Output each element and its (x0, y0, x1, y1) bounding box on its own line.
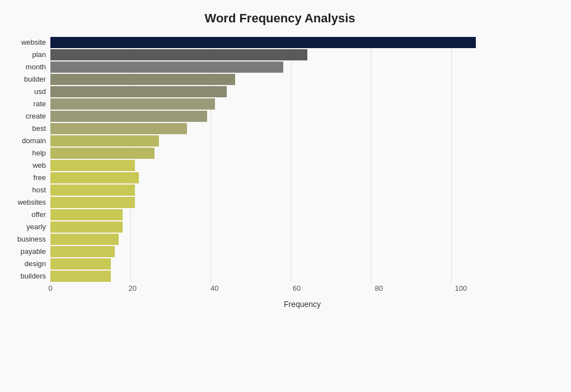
bar (50, 258, 111, 270)
bar-row: help (50, 148, 532, 159)
bar (50, 221, 123, 233)
bar-label: design (1, 258, 46, 270)
bar-row: websites (50, 197, 532, 208)
bar-label: builders (1, 271, 46, 282)
bar (50, 74, 235, 85)
bar (50, 86, 227, 97)
chart-title: Word Frequency Analysis (6, 11, 554, 26)
bar-row: design (50, 258, 532, 270)
bar (50, 197, 135, 208)
x-tick-label: 20 (128, 284, 136, 292)
bar (50, 271, 111, 282)
bar-label: host (1, 185, 46, 196)
bar-row: month (50, 62, 532, 73)
bar-label: payable (1, 246, 46, 257)
bar-label: yearly (1, 221, 46, 233)
bar-label: rate (1, 98, 46, 110)
bar-row: payable (50, 246, 532, 257)
bar (50, 111, 207, 122)
bar-label: domain (1, 135, 46, 147)
bar (50, 62, 283, 73)
bar-label: web (1, 160, 46, 171)
bar-label: builder (1, 74, 46, 85)
bar (50, 246, 115, 257)
bar-label: month (1, 62, 46, 73)
bar-row: plan (50, 49, 532, 60)
bar-label: create (1, 111, 46, 122)
x-tick-label: 60 (293, 284, 301, 292)
bar (50, 135, 159, 147)
bar-row: website (50, 37, 532, 48)
bar-row: host (50, 185, 532, 196)
x-tick-label: 80 (375, 284, 382, 292)
bar-row: free (50, 172, 532, 183)
bar-label: help (1, 148, 46, 159)
x-tick-label: 100 (455, 284, 467, 292)
bar-row: yearly (50, 221, 532, 233)
bar (50, 172, 139, 183)
x-tick-label: 0 (48, 284, 52, 292)
bar-row: offer (50, 209, 532, 220)
bar (50, 123, 187, 134)
bar (50, 37, 476, 48)
bar (50, 209, 123, 220)
x-axis-label: Frequency (50, 300, 554, 309)
bar (50, 98, 215, 110)
bar-row: domain (50, 135, 532, 147)
bar-row: usd (50, 86, 532, 97)
bar (50, 185, 135, 196)
bar-row: best (50, 123, 532, 134)
bar (50, 160, 135, 171)
bar-label: best (1, 123, 46, 134)
bar-label: offer (1, 209, 46, 220)
bar (50, 148, 155, 159)
bar-label: free (1, 172, 46, 183)
bar-row: builder (50, 74, 532, 85)
bar-row: builders (50, 271, 532, 282)
x-axis: 020406080100 (50, 284, 543, 295)
bar-row: create (50, 111, 532, 122)
bar-label: business (1, 234, 46, 245)
bar-label: websites (1, 197, 46, 208)
bar-label: plan (1, 49, 46, 60)
bar-row: business (50, 234, 532, 245)
bar-label: usd (1, 86, 46, 97)
bar (50, 234, 119, 245)
chart-container: Word Frequency Analysis websiteplanmonth… (0, 0, 571, 392)
bar-row: web (50, 160, 532, 171)
x-tick-label: 40 (210, 284, 218, 292)
bar-row: rate (50, 98, 532, 110)
bar (50, 49, 307, 60)
bar-label: website (1, 37, 46, 48)
